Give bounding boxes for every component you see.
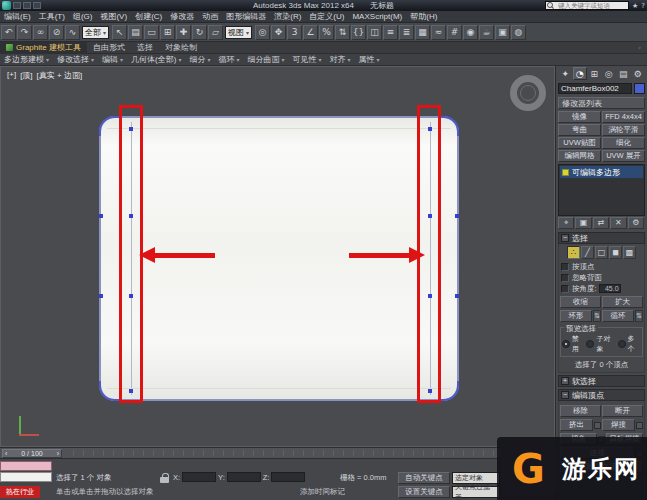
rollout-selection-header[interactable]: − 选择 [558, 232, 645, 244]
shrink-button[interactable]: 收缩 [560, 296, 601, 308]
select-by-name-icon[interactable]: ▤ [128, 25, 143, 40]
spinner-snap-toggle-icon[interactable]: ⇅ [335, 25, 350, 40]
favorites-star-icon[interactable]: ★ [632, 2, 638, 10]
menu-item-maxscript[interactable]: MAXScript(M) [348, 12, 406, 21]
timeline-ruler[interactable] [64, 450, 553, 456]
auto-key-button[interactable]: 自动关键点 [398, 472, 450, 484]
modifier-button-turbosmooth[interactable]: 涡轮平滑 [602, 124, 645, 136]
key-filters-button[interactable]: 关键点过滤器... [452, 486, 500, 498]
snaps-toggle-3d-icon[interactable]: 3 [287, 25, 302, 40]
bind-to-space-warp-icon[interactable]: ∿ [65, 25, 80, 40]
modifier-list-dropdown[interactable]: 修改器列表 ▾ [558, 97, 645, 109]
select-and-manipulate-icon[interactable]: ✥ [271, 25, 286, 40]
modifier-button-mirror[interactable]: 镜像 [558, 111, 601, 123]
weld-settings-button[interactable] [636, 422, 643, 429]
ring-spinner[interactable]: ⇅ [593, 310, 601, 322]
tab-selection[interactable]: 选择 [131, 42, 159, 54]
ribbon-panel-modify-selection[interactable]: 修改选择▾ [53, 54, 98, 65]
menu-item-animation[interactable]: 动画 [198, 11, 222, 22]
select-and-move-icon[interactable]: ✚ [176, 25, 191, 40]
ribbon-panel-polygon-modeling[interactable]: 多边形建模▾ [0, 54, 53, 65]
pin-stack-icon[interactable]: ⌖ [558, 217, 574, 229]
modifier-button-ffd-4x4x4[interactable]: FFD 4x4x4 [602, 111, 645, 123]
menu-item-tools[interactable]: 工具(T) [35, 11, 69, 22]
graphite-ribbon-toggle-icon[interactable]: ▦ [415, 25, 430, 40]
search-input[interactable] [556, 1, 628, 10]
select-and-link-icon[interactable]: ∞ [33, 25, 48, 40]
ring-button[interactable]: 环形 [560, 310, 592, 322]
set-key-button[interactable]: 设置关键点 [398, 486, 450, 498]
tab-object-paint[interactable]: 对象绘制 [159, 42, 203, 54]
object-name-field[interactable] [558, 83, 632, 94]
new-scene-icon[interactable] [13, 2, 21, 9]
rectangular-selection-region-icon[interactable]: ▭ [144, 25, 159, 40]
menu-item-help[interactable]: 帮助(H) [406, 11, 441, 22]
stack-item-editable-poly[interactable]: 可编辑多边形 [560, 166, 643, 178]
weld-button[interactable]: 焊接 [602, 419, 635, 431]
configure-modifier-sets-icon[interactable]: ⚙ [628, 217, 644, 229]
by-angle-checkbox[interactable] [561, 285, 569, 293]
ribbon-minimize-icon[interactable]: ▾ [638, 44, 641, 51]
element-subobject-icon[interactable]: ▩ [623, 246, 636, 259]
menu-item-create[interactable]: 创建(C) [131, 11, 166, 22]
viewport-menu-shading[interactable]: [真实 + 边面] [37, 70, 83, 81]
modifier-button-tessellate[interactable]: 细化 [602, 137, 645, 149]
align-icon[interactable]: ≡ [383, 25, 398, 40]
rollout-edit-vertices-header[interactable]: − 编辑顶点 [558, 389, 645, 401]
object-color-swatch[interactable] [634, 83, 645, 94]
preview-subobj-radio[interactable] [586, 340, 594, 348]
ribbon-panel-subdivision[interactable]: 细分▾ [185, 54, 214, 65]
selection-filter-dropdown[interactable]: 全部 ▾ [82, 26, 109, 39]
viewport-canvas[interactable]: [+] [顶] [真实 + 边面] [0, 66, 555, 447]
modify-tab-icon[interactable]: ◔ [573, 67, 588, 80]
viewport-menu-general[interactable]: [+] [7, 70, 16, 81]
tab-freeform[interactable]: 自由形式 [87, 42, 131, 54]
modifier-button-uvw-map[interactable]: UVW贴图 [558, 137, 601, 149]
by-vertex-checkbox[interactable] [561, 263, 569, 271]
help-icon[interactable]: ? [641, 2, 645, 10]
remove-button[interactable]: 移除 [560, 405, 601, 417]
ribbon-panel-subdivision-surfaces[interactable]: 细分曲面▾ [243, 54, 288, 65]
ribbon-panel-visibility[interactable]: 可见性▾ [288, 54, 325, 65]
frame-back-icon[interactable]: ‹ [5, 450, 7, 457]
select-and-rotate-icon[interactable]: ↻ [192, 25, 207, 40]
viewport-menu-view[interactable]: [顶] [20, 70, 32, 81]
y-coordinate-field[interactable] [227, 472, 261, 482]
select-object-icon[interactable]: ↖ [112, 25, 127, 40]
menu-item-graph-editors[interactable]: 图形编辑器 [222, 11, 270, 22]
schematic-view-icon[interactable]: # [447, 25, 462, 40]
angle-snap-toggle-icon[interactable]: ∠ [303, 25, 318, 40]
render-production-icon[interactable]: ◍ [511, 25, 526, 40]
add-time-tag[interactable]: 添加时间标记 [300, 487, 345, 497]
ribbon-panel-properties[interactable]: 属性▾ [354, 54, 383, 65]
make-unique-icon[interactable]: ⇄ [593, 217, 609, 229]
z-coordinate-field[interactable] [271, 472, 305, 482]
modifier-button-bend[interactable]: 弯曲 [558, 124, 601, 136]
manage-layers-icon[interactable]: ≣ [399, 25, 414, 40]
window-crossing-icon[interactable]: ⊞ [160, 25, 175, 40]
remove-modifier-icon[interactable]: ✕ [610, 217, 626, 229]
redo-icon[interactable]: ↷ [17, 25, 32, 40]
loop-spinner[interactable]: ⇅ [635, 310, 643, 322]
show-end-result-icon[interactable]: ▣ [575, 217, 591, 229]
create-tab-icon[interactable]: ✦ [558, 67, 573, 80]
modifier-button-edit-mesh[interactable]: 编辑网格 [558, 150, 601, 162]
break-button[interactable]: 断开 [602, 405, 643, 417]
frame-forward-icon[interactable]: › [57, 450, 59, 457]
x-coordinate-field[interactable] [182, 472, 216, 482]
ignore-backfacing-checkbox[interactable] [561, 274, 569, 282]
hierarchy-tab-icon[interactable]: ⊞ [587, 67, 602, 80]
render-setup-icon[interactable]: ☕ [479, 25, 494, 40]
maxscript-macro-recorder[interactable] [0, 461, 52, 471]
extrude-settings-button[interactable] [594, 422, 601, 429]
open-file-icon[interactable] [23, 2, 31, 9]
selection-lock-icon[interactable] [160, 473, 169, 483]
display-tab-icon[interactable]: ▤ [616, 67, 631, 80]
border-subobject-icon[interactable]: □ [595, 246, 608, 259]
preview-multi-radio[interactable] [618, 340, 626, 348]
material-editor-icon[interactable]: ◉ [463, 25, 478, 40]
select-and-scale-icon[interactable]: ▱ [208, 25, 223, 40]
vertex-subobject-icon[interactable]: ∴ [567, 246, 580, 259]
modifier-button-unwrap-uvw[interactable]: UVW 展开 [602, 150, 645, 162]
track-bar[interactable]: ‹ 0 / 100 › [0, 447, 555, 458]
